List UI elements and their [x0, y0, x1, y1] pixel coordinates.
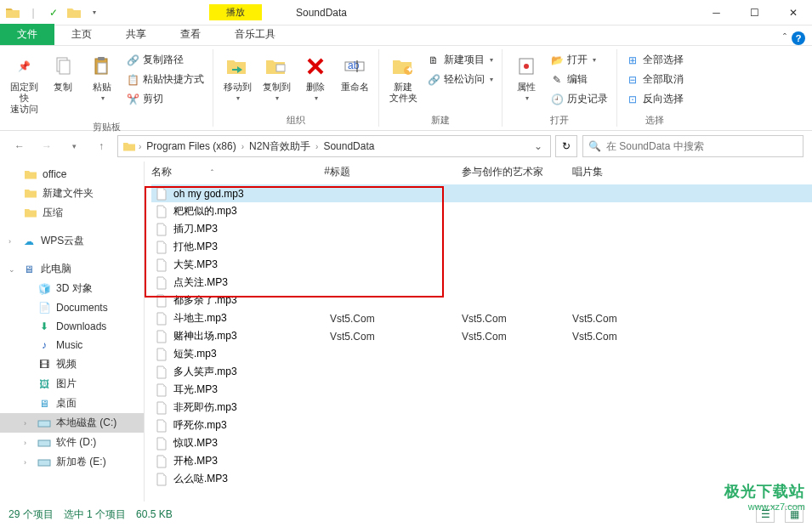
nav-software-d[interactable]: ›软件 (D:) — [0, 433, 144, 452]
easy-access-button[interactable]: 🔗轻松访问▾ — [423, 71, 497, 88]
new-folder-button[interactable]: ✦ 新建 文件夹 — [384, 49, 422, 107]
expand-icon[interactable]: › — [24, 458, 32, 467]
nav-volume-e[interactable]: ›新加卷 (E:) — [0, 452, 144, 472]
expand-icon[interactable]: › — [24, 439, 32, 447]
forward-button[interactable]: → — [36, 135, 58, 157]
folder-icon[interactable] — [3, 3, 22, 22]
file-row[interactable]: 么么哒.MP3 — [151, 470, 812, 488]
nav-compressed[interactable]: 压缩 — [0, 203, 144, 223]
navigation-pane[interactable]: office 新建文件夹 压缩 ›☁WPS云盘 ⌄🖥此电脑 🧊3D 对象 📄Do… — [0, 162, 145, 502]
breadcrumb[interactable]: › Program Files (x86) › N2N音效助手 › SoundD… — [117, 135, 551, 157]
details-view-button[interactable]: ☰ — [756, 506, 775, 523]
pin-to-quickaccess-button[interactable]: 📌 固定到快 速访问 — [5, 49, 43, 119]
chevron-right-icon[interactable]: › — [241, 142, 244, 151]
file-row[interactable]: 点关注.MP3 — [151, 274, 812, 292]
collapse-icon[interactable]: ⌄ — [9, 265, 17, 274]
col-artists[interactable]: 参与创作的艺术家 — [462, 165, 572, 179]
nav-pictures[interactable]: 🖼图片 — [0, 374, 144, 394]
tab-file[interactable]: 文件 — [0, 24, 54, 45]
file-row[interactable]: 开枪.MP3 — [151, 452, 812, 470]
nav-documents[interactable]: 📄Documents — [0, 298, 144, 317]
file-row[interactable]: 多人笑声.mp3 — [151, 363, 812, 381]
breadcrumb-dropdown[interactable]: ⌄ — [530, 140, 547, 152]
column-headers[interactable]: 名称 ˆ # 标题 参与创作的艺术家 唱片集 — [145, 162, 812, 184]
copy-path-button[interactable]: 🔗复制路径 — [122, 51, 207, 69]
close-button[interactable]: ✕ — [774, 1, 812, 25]
large-icons-view-button[interactable]: ▦ — [785, 506, 803, 523]
breadcrumb-seg-3[interactable]: SoundData — [320, 140, 378, 152]
qat-dropdown[interactable]: ▾ — [85, 3, 104, 22]
file-list[interactable]: oh my god.mp3粑粑似的.mp3插刀.MP3打他.MP3大笑.MP3点… — [145, 184, 812, 488]
back-button[interactable]: ← — [9, 135, 31, 157]
file-row[interactable]: 斗地主.mp3Vst5.ComVst5.ComVst5.Com — [151, 309, 812, 327]
nav-office[interactable]: office — [0, 165, 144, 184]
chevron-right-icon[interactable]: › — [139, 142, 141, 151]
nav-videos[interactable]: 🎞视频 — [0, 354, 144, 374]
delete-button[interactable]: 删除▾ — [297, 49, 334, 105]
search-box[interactable]: 🔍 — [582, 135, 803, 157]
col-title[interactable]: 标题 — [330, 165, 462, 179]
history-button[interactable]: 🕘历史记录 — [547, 90, 611, 108]
move-to-button[interactable]: 移动到▾ — [219, 49, 256, 105]
properties-button[interactable]: 属性▾ — [508, 49, 545, 105]
nav-this-pc[interactable]: ⌄🖥此电脑 — [0, 259, 144, 279]
up-button[interactable]: ↑ — [90, 135, 112, 157]
qat-folder2-icon[interactable] — [65, 3, 83, 22]
file-row[interactable]: 赌神出场.mp3Vst5.ComVst5.ComVst5.Com — [151, 327, 812, 345]
nav-3d-objects[interactable]: 🧊3D 对象 — [0, 279, 144, 298]
file-row[interactable]: 非死即伤.mp3 — [151, 399, 812, 416]
rename-button[interactable]: ab 重命名 — [336, 49, 373, 96]
new-item-button[interactable]: 🗎新建项目▾ — [423, 51, 497, 69]
edit-button[interactable]: ✎编辑 — [547, 71, 611, 88]
file-row[interactable]: 打他.MP3 — [151, 238, 812, 256]
tab-view[interactable]: 查看 — [163, 24, 218, 45]
nav-desktop[interactable]: 🖥桌面 — [0, 394, 144, 413]
file-row[interactable]: oh my god.mp3 — [151, 184, 812, 202]
nav-music[interactable]: ♪Music — [0, 336, 144, 354]
open-button[interactable]: 📂打开▾ — [547, 51, 611, 69]
invert-selection-button[interactable]: ⊡反向选择 — [622, 90, 687, 108]
chevron-right-icon[interactable]: › — [315, 142, 318, 151]
file-icon — [155, 330, 168, 343]
select-all-button[interactable]: ⊞全部选择 — [622, 51, 687, 69]
file-row[interactable]: 短笑.mp3 — [151, 345, 812, 363]
nav-wps-cloud[interactable]: ›☁WPS云盘 — [0, 231, 144, 251]
tab-music-tools[interactable]: 音乐工具 — [218, 24, 292, 45]
file-row[interactable]: 插刀.MP3 — [151, 220, 812, 238]
search-input[interactable] — [606, 140, 798, 152]
help-icon[interactable]: ? — [792, 31, 805, 45]
breadcrumb-seg-2[interactable]: N2N音效助手 — [246, 139, 314, 154]
tab-share[interactable]: 共享 — [109, 24, 163, 45]
nav-downloads[interactable]: ⬇Downloads — [0, 317, 144, 336]
status-item-count: 29 个项目 — [9, 507, 54, 522]
cut-button[interactable]: ✂️剪切 — [122, 90, 207, 108]
qat-check-icon[interactable]: ✓ — [44, 3, 63, 22]
refresh-button[interactable]: ↻ — [555, 135, 577, 157]
file-pane: 名称 ˆ # 标题 参与创作的艺术家 唱片集 oh my god.mp3粑粑似的… — [145, 162, 812, 502]
minimize-button[interactable]: ─ — [697, 1, 735, 25]
expand-icon[interactable]: › — [9, 237, 17, 246]
file-row[interactable]: 耳光.MP3 — [151, 381, 812, 399]
select-none-button[interactable]: ⊟全部取消 — [622, 71, 687, 88]
nav-new-folder[interactable]: 新建文件夹 — [0, 184, 144, 203]
col-name[interactable]: 名称 ˆ — [151, 165, 304, 179]
recent-locations-button[interactable]: ▾ — [63, 135, 85, 157]
paste-shortcut-button[interactable]: 📋粘贴快捷方式 — [122, 71, 207, 88]
nav-local-disk-c[interactable]: ›本地磁盘 (C:) — [0, 413, 144, 433]
move-icon — [224, 53, 251, 80]
file-row[interactable]: 惊叹.MP3 — [151, 434, 812, 452]
file-row[interactable]: 都多余了.mp3 — [151, 292, 812, 309]
copy-to-button[interactable]: 复制到▾ — [258, 49, 295, 105]
maximize-button[interactable]: ☐ — [735, 1, 774, 25]
ribbon-collapse-icon[interactable]: ˆ — [783, 32, 786, 44]
file-row[interactable]: 粑粑似的.mp3 — [151, 202, 812, 220]
copy-button[interactable]: 复制 — [44, 49, 82, 96]
breadcrumb-seg-1[interactable]: Program Files (x86) — [143, 140, 239, 152]
col-number[interactable]: # — [304, 165, 330, 179]
tab-home[interactable]: 主页 — [54, 24, 109, 45]
expand-icon[interactable]: › — [24, 419, 32, 428]
file-row[interactable]: 大笑.MP3 — [151, 256, 812, 274]
file-row[interactable]: 呼死你.mp3 — [151, 416, 812, 434]
paste-button[interactable]: 粘贴 ▾ — [83, 49, 121, 105]
col-album[interactable]: 唱片集 — [572, 165, 812, 179]
